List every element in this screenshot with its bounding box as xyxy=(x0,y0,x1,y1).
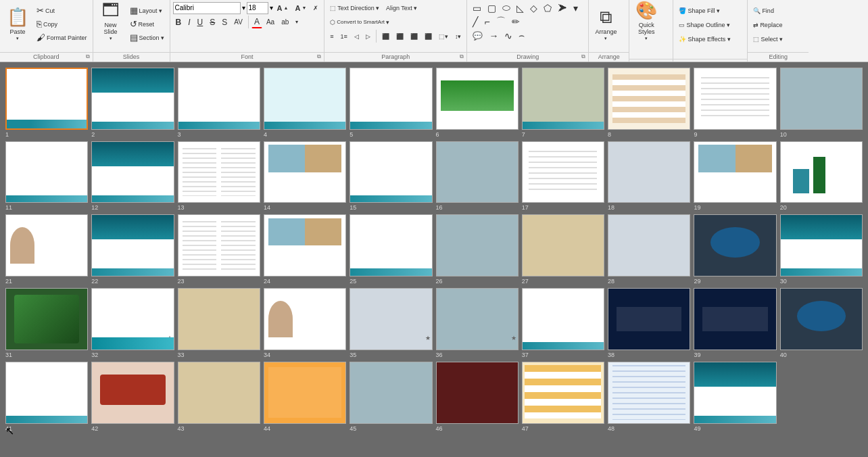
cut-button[interactable]: ✂ Cut xyxy=(34,4,90,17)
italic-button[interactable]: I xyxy=(185,16,193,28)
slide-cell-39[interactable]: 39 xyxy=(694,288,776,358)
slide-thumbnail-19[interactable] xyxy=(694,141,776,203)
slide-cell-11[interactable]: 11 xyxy=(5,141,88,212)
paragraph-expand-icon[interactable]: ⧉ xyxy=(460,53,464,60)
slide-cell-38[interactable]: 38 xyxy=(608,288,690,358)
slide-thumbnail-29[interactable] xyxy=(694,214,776,276)
slide-thumbnail-12[interactable] xyxy=(91,141,174,203)
slide-cell-33[interactable]: 33 xyxy=(178,288,260,358)
bullets-button[interactable]: ≡ xyxy=(327,30,336,43)
shape-curve2[interactable]: ∿ xyxy=(502,29,515,42)
format-painter-button[interactable]: 🖌 Format Painter xyxy=(34,31,90,44)
section-button[interactable]: ▤ Section ▾ xyxy=(127,31,167,44)
slide-cell-49[interactable]: 49 xyxy=(694,362,776,432)
shape-line[interactable]: ╱ xyxy=(470,15,481,28)
shape-freeform[interactable]: ✏ xyxy=(509,15,523,28)
slide-thumbnail-3[interactable] xyxy=(178,68,260,130)
slide-cell-26[interactable]: 26 xyxy=(436,214,519,285)
bold-button[interactable]: B xyxy=(173,16,185,28)
slide-thumbnail-8[interactable] xyxy=(608,68,690,130)
slide-cell-37[interactable]: 37 xyxy=(522,288,604,358)
shape-fill-button[interactable]: 🪣 Shape Fill ▾ xyxy=(676,4,723,17)
slide-thumbnail-10[interactable] xyxy=(780,68,863,130)
slide-thumbnail-42[interactable] xyxy=(91,362,174,424)
slide-cell-25[interactable]: 25 xyxy=(349,214,432,285)
slide-cell-44[interactable]: 44 xyxy=(264,362,346,432)
slide-thumbnail-5[interactable] xyxy=(349,68,432,130)
slide-thumbnail-39[interactable] xyxy=(694,288,776,350)
shape-rounded-rect[interactable]: ▢ xyxy=(485,1,499,14)
slide-cell-19[interactable]: 19 xyxy=(694,141,776,212)
slide-thumbnail-2[interactable] xyxy=(91,68,174,130)
slide-thumbnail-41[interactable] xyxy=(5,362,88,424)
font-color-button[interactable]: A xyxy=(251,16,262,28)
slide-cell-5[interactable]: 5 xyxy=(349,68,432,138)
slide-cell-45[interactable]: 45 xyxy=(349,362,432,432)
slide-cell-27[interactable]: 27 xyxy=(522,214,604,285)
slide-cell-30[interactable]: 30 xyxy=(780,214,863,285)
slide-cell-13[interactable]: 13 xyxy=(178,141,260,212)
font-expand-icon[interactable]: ⧉ xyxy=(317,53,321,60)
copy-button[interactable]: ⎘ Copy xyxy=(34,18,90,30)
slide-thumbnail-34[interactable] xyxy=(264,288,346,350)
slide-thumbnail-28[interactable] xyxy=(608,214,690,276)
paste-button[interactable]: 📋 Paste ▾ xyxy=(3,1,32,43)
slide-cell-10[interactable]: 10 xyxy=(780,68,863,138)
slide-cell-24[interactable]: 24 xyxy=(264,214,346,285)
slide-cell-18[interactable]: 18 xyxy=(608,141,690,212)
convert-smartart-button[interactable]: ⬡ Convert to SmartArt ▾ xyxy=(327,16,392,28)
shadow-button[interactable]: S xyxy=(219,16,230,28)
center-align-button[interactable]: ⬛ xyxy=(393,30,406,43)
slide-cell-35[interactable]: ★35 xyxy=(349,288,432,358)
slide-cell-17[interactable]: 17 xyxy=(522,141,604,212)
strikethrough-button[interactable]: S xyxy=(207,16,218,28)
layout-button[interactable]: ▦ Layout ▾ xyxy=(127,4,167,17)
slide-cell-3[interactable]: 3 xyxy=(178,68,260,138)
slide-cell-2[interactable]: 2 xyxy=(91,68,174,138)
select-button[interactable]: ⬚ Select ▾ xyxy=(750,32,786,45)
decrease-indent-button[interactable]: ◁ xyxy=(352,30,362,43)
slide-thumbnail-9[interactable] xyxy=(694,68,776,130)
shape-effects-button[interactable]: ✨ Shape Effects ▾ xyxy=(676,32,733,45)
slide-thumbnail-1[interactable] xyxy=(5,68,88,130)
right-align-button[interactable]: ⬛ xyxy=(408,30,420,43)
slide-cell-9[interactable]: 9 xyxy=(694,68,776,138)
slide-thumbnail-37[interactable] xyxy=(522,288,604,350)
slide-thumbnail-15[interactable] xyxy=(349,141,432,203)
char-spacing-button[interactable]: AV xyxy=(231,16,245,28)
slide-thumbnail-21[interactable] xyxy=(5,214,88,276)
slide-thumbnail-46[interactable] xyxy=(436,362,519,424)
slide-thumbnail-4[interactable] xyxy=(264,68,346,130)
slide-thumbnail-13[interactable] xyxy=(178,141,260,203)
slide-thumbnail-17[interactable] xyxy=(522,141,604,203)
font-size-input[interactable] xyxy=(247,2,268,14)
slide-cell-21[interactable]: 21 xyxy=(5,214,88,285)
slide-cell-16[interactable]: 16 xyxy=(436,141,519,212)
slide-thumbnail-30[interactable] xyxy=(780,214,863,276)
clipboard-expand-icon[interactable]: ⧉ xyxy=(86,53,90,60)
font-color-dropdown[interactable]: ▾ xyxy=(293,16,301,28)
char-case-button[interactable]: Aa xyxy=(264,16,277,28)
left-align-button[interactable]: ⬛ xyxy=(379,30,392,43)
increase-font-button[interactable]: A▲ xyxy=(274,1,291,14)
slide-cell-6[interactable]: 6 xyxy=(436,68,519,138)
slide-thumbnail-33[interactable] xyxy=(178,288,260,350)
slide-cell-48[interactable]: 48 xyxy=(608,362,690,432)
slide-thumbnail-45[interactable] xyxy=(349,362,432,424)
underline-button[interactable]: U xyxy=(195,16,206,28)
clear-format-button[interactable]: ✗ xyxy=(310,1,321,14)
slide-thumbnail-22[interactable] xyxy=(91,214,174,276)
slide-cell-40[interactable]: 40 xyxy=(780,288,863,358)
slide-thumbnail-35[interactable]: ★ xyxy=(349,288,432,350)
shape-diamond[interactable]: ◇ xyxy=(527,1,540,14)
slide-cell-15[interactable]: 15 xyxy=(349,141,432,212)
slide-thumbnail-6[interactable] xyxy=(436,68,519,130)
reset-button[interactable]: ↺ Reset xyxy=(127,18,167,30)
slide-cell-12[interactable]: 12 xyxy=(91,141,174,212)
slide-thumbnail-18[interactable] xyxy=(608,141,690,203)
slide-thumbnail-38[interactable] xyxy=(608,288,690,350)
shape-callout[interactable]: 💬 xyxy=(470,29,485,42)
shape-elbow[interactable]: ⌐ xyxy=(481,15,492,28)
highlight-button[interactable]: ab xyxy=(279,16,291,28)
slide-cell-43[interactable]: 43 xyxy=(178,362,260,432)
